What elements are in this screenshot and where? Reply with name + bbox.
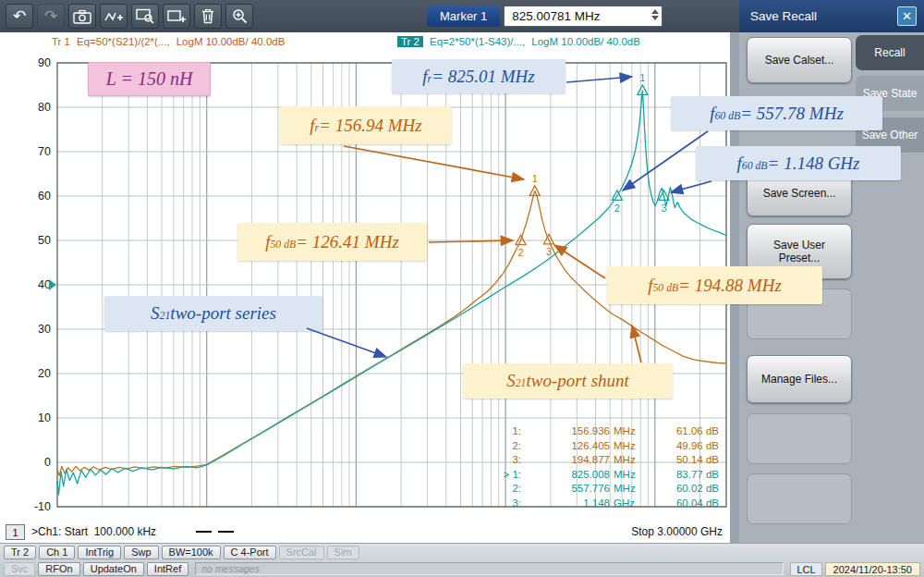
marker-row: 3:1.148GHz60.04 dB <box>488 497 719 511</box>
save-calset-button[interactable]: Save Calset... <box>747 37 852 83</box>
svg-text:90: 90 <box>38 56 51 69</box>
datetime-status: 2024/11/20-13:50 <box>825 562 920 576</box>
trace1-legend-dash <box>196 531 212 533</box>
svg-text:3: 3 <box>546 246 552 257</box>
svg-text:1: 1 <box>639 72 645 83</box>
marker-readout-table: 1:156.936MHz61.06 dB 2:126.405MHz49.96 d… <box>488 424 719 511</box>
svg-text:20: 20 <box>38 367 51 380</box>
annotation-f50-low: f50 dB = 126.41 MHz <box>237 223 427 261</box>
annotation-f60-high: f60 dB = 1.148 GHz <box>696 146 901 180</box>
trace-select-button[interactable]: Tr 2 <box>4 546 36 559</box>
screenshot-icon[interactable] <box>68 4 96 29</box>
marker-row: 3:194.877MHz50.14 dB <box>488 453 719 468</box>
channel-select-button[interactable]: Ch 1 <box>39 546 75 559</box>
update-on-button[interactable]: UpdateOn <box>83 562 144 576</box>
svg-text:0: 0 <box>44 456 51 469</box>
svg-text:10: 10 <box>38 411 51 424</box>
delete-icon[interactable] <box>194 4 222 29</box>
annotation-f60-low: f60 dB = 557.78 MHz <box>671 96 882 130</box>
trace2-legend-dash <box>218 531 234 533</box>
redo-icon[interactable]: ↷ <box>37 4 65 29</box>
save-recall-title: Save Recall <box>750 9 817 23</box>
undo-icon[interactable]: ↶ <box>6 4 33 29</box>
rf-on-button[interactable]: RFOn <box>38 562 79 576</box>
status-row-2: Svc RFOn UpdateOn IntRef no messages LCL… <box>0 560 924 577</box>
annotation-series-label: S21 two-port series <box>104 296 322 331</box>
int-ref-button[interactable]: IntRef <box>147 562 188 576</box>
svg-text:30: 30 <box>38 323 51 336</box>
annotation-f50-high: f50 dB = 194.88 MHz <box>607 266 822 304</box>
svg-text:2: 2 <box>614 203 620 214</box>
marker-row: > 1:825.008MHz83.77 dB <box>488 468 719 483</box>
svg-text:40: 40 <box>38 278 51 291</box>
svg-text:80: 80 <box>38 101 51 114</box>
svg-text:70: 70 <box>38 145 51 158</box>
cal-4port-button[interactable]: C 4-Port <box>224 546 276 559</box>
status-row-1: Tr 2 Ch 1 IntTrig Swp BW=100k C 4-Port S… <box>0 544 924 560</box>
svg-text:-10: -10 <box>34 500 51 513</box>
message-field: no messages <box>195 562 784 575</box>
top-toolbar: ↶ ↷ Marker 1 825.00781 MHz <box>0 0 739 32</box>
marker-stepper[interactable] <box>651 9 659 20</box>
bottom-bar: Tr 2 Ch 1 IntTrig Swp BW=100k C 4-Port S… <box>0 543 924 577</box>
tab-recall[interactable]: Recall <box>856 35 924 70</box>
annotation-fr-shunt: fr = 825.01 MHz <box>392 59 565 93</box>
sweep-start-label: >Ch1: Start 100.000 kHz <box>31 525 156 538</box>
svg-text:3: 3 <box>661 203 666 214</box>
manage-files-button[interactable]: Manage Files... <box>747 355 852 403</box>
annotation-shunt-label: S21 two-port shunt <box>463 363 673 399</box>
marker-row: 2:126.405MHz49.96 dB <box>488 439 719 454</box>
srccal-button[interactable]: SrcCal <box>279 546 324 559</box>
bandwidth-button[interactable]: BW=100k <box>162 546 221 559</box>
new-window-icon[interactable] <box>163 4 190 29</box>
annotation-fr-series: fr = 156.94 MHz <box>280 106 452 144</box>
sweep-button[interactable]: Swp <box>124 546 158 559</box>
blank-softkey[interactable] <box>747 413 852 464</box>
blank-softkey[interactable] <box>747 473 852 524</box>
marker-row: 2:557.776MHz60.02 dB <box>488 482 719 497</box>
sweep-stop-label: Stop 3.00000 GHz <box>631 525 723 538</box>
marker-frequency-input[interactable]: 825.00781 MHz <box>504 6 663 27</box>
channel-1-button[interactable]: 1 <box>6 524 25 540</box>
inspect-icon[interactable] <box>131 4 159 29</box>
instrument-screen: ↶ ↷ Marker 1 825.00781 MHz Tr 1Eq=50*(S2… <box>0 0 924 577</box>
svg-text:1: 1 <box>532 173 538 184</box>
close-icon[interactable]: ✕ <box>897 6 917 26</box>
lcl-status: LCL <box>790 562 821 576</box>
trace-legend <box>196 531 234 533</box>
zoom-in-icon[interactable] <box>225 4 253 29</box>
trigger-button[interactable]: IntTrig <box>78 546 121 559</box>
svg-text:50: 50 <box>38 234 51 247</box>
svg-text:60: 60 <box>38 190 51 203</box>
annotation-inductance: L = 150 nH <box>88 62 211 96</box>
save-recall-header: Save Recall ✕ <box>739 0 924 32</box>
svg-text:2: 2 <box>518 247 524 258</box>
sim-button[interactable]: Sim <box>327 546 359 559</box>
add-trace-icon[interactable] <box>100 4 128 29</box>
marker-frequency-value: 825.00781 MHz <box>512 9 600 23</box>
svc-button[interactable]: Svc <box>4 562 35 576</box>
marker-select-button[interactable]: Marker 1 <box>427 6 500 27</box>
marker-row: 1:156.936MHz61.06 dB <box>488 424 719 439</box>
